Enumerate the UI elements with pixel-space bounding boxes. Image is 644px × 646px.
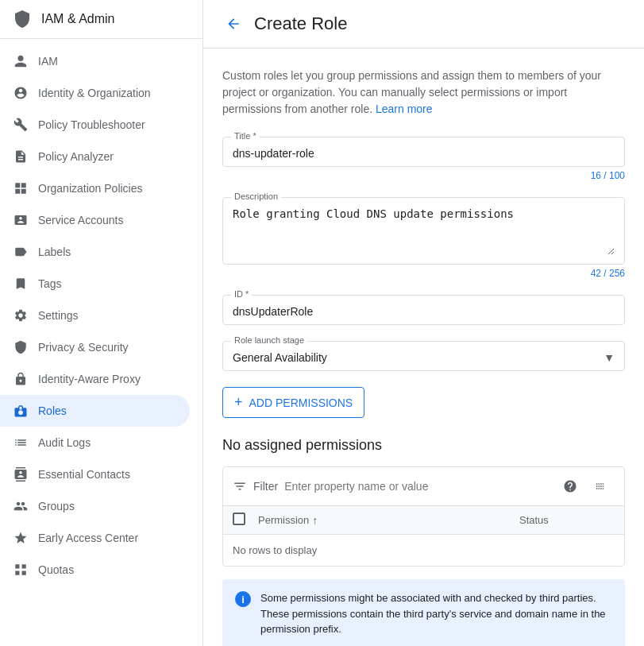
sidebar-item-policy-analyzer[interactable]: Policy Analyzer bbox=[0, 141, 190, 172]
filter-label: Filter bbox=[253, 480, 278, 493]
id-input[interactable] bbox=[233, 305, 615, 318]
permissions-table-container: Filter Permission ↑ bbox=[222, 466, 625, 567]
content-area: Custom roles let you group permissions a… bbox=[203, 48, 644, 646]
main-content: Create Role Custom roles let you group p… bbox=[203, 0, 644, 646]
sidebar-item-quotas[interactable]: Quotas bbox=[0, 554, 190, 586]
grid-small-icon bbox=[13, 562, 29, 578]
sidebar-item-labels-label: Labels bbox=[38, 246, 71, 258]
sidebar-item-privacy-security[interactable]: Privacy & Security bbox=[0, 331, 190, 363]
sidebar-item-policy-analyzer-label: Policy Analyzer bbox=[38, 150, 114, 163]
shield-lock-icon bbox=[13, 371, 29, 387]
account-circle-icon bbox=[13, 85, 29, 101]
title-field: Title bbox=[222, 137, 625, 167]
grid-icon bbox=[13, 180, 29, 196]
sidebar-item-settings[interactable]: Settings bbox=[0, 300, 190, 331]
sidebar-item-iam-label: IAM bbox=[38, 55, 58, 68]
launch-stage-select[interactable]: Alpha Beta General Availability Disabled bbox=[233, 351, 615, 364]
star-icon bbox=[13, 530, 29, 546]
add-permissions-button[interactable]: + ADD PERMISSIONS bbox=[222, 387, 364, 418]
sidebar-item-groups[interactable]: Groups bbox=[0, 490, 190, 522]
sidebar: IAM & Admin IAM Identity & Organization … bbox=[0, 0, 203, 646]
group-icon bbox=[13, 498, 29, 514]
description-label: Description bbox=[231, 191, 281, 201]
table-toolbar-actions bbox=[557, 474, 615, 499]
sidebar-item-essential-contacts[interactable]: Essential Contacts bbox=[0, 458, 190, 490]
wrench-icon bbox=[13, 117, 29, 133]
help-icon-button[interactable] bbox=[557, 474, 583, 499]
header-checkbox-cell bbox=[233, 513, 258, 528]
learn-more-link[interactable]: Learn more bbox=[376, 103, 433, 115]
sidebar-item-audit-logs[interactable]: Audit Logs bbox=[0, 427, 190, 458]
document-icon bbox=[13, 149, 29, 164]
sidebar-item-essential-contacts-label: Essential Contacts bbox=[38, 468, 130, 481]
id-field: ID bbox=[222, 295, 625, 325]
description-textarea[interactable]: Role granting Cloud DNS update permissio… bbox=[233, 207, 615, 255]
description-text: Custom roles let you group permissions a… bbox=[222, 68, 625, 118]
sidebar-item-identity-org[interactable]: Identity & Organization bbox=[0, 77, 190, 109]
description-field-group: Description Role granting Cloud DNS upda… bbox=[222, 197, 625, 279]
launch-stage-select-wrapper: Alpha Beta General Availability Disabled… bbox=[233, 351, 615, 364]
sidebar-item-groups-label: Groups bbox=[38, 500, 75, 513]
select-all-checkbox[interactable] bbox=[233, 513, 245, 525]
sidebar-item-early-access-center[interactable]: Early Access Center bbox=[0, 522, 190, 554]
filter-icon bbox=[233, 479, 247, 493]
permission-column-header[interactable]: Permission ↑ bbox=[258, 514, 519, 527]
sidebar-item-service-accounts[interactable]: Service Accounts bbox=[0, 204, 190, 236]
person-icon bbox=[13, 53, 29, 69]
sidebar-item-labels[interactable]: Labels bbox=[0, 236, 190, 268]
status-column-header: Status bbox=[519, 514, 615, 526]
contacts-icon bbox=[13, 466, 29, 482]
table-toolbar: Filter bbox=[223, 467, 624, 506]
app-title: IAM & Admin bbox=[41, 12, 114, 26]
sidebar-item-iam[interactable]: IAM bbox=[0, 45, 190, 77]
page-title: Create Role bbox=[254, 14, 347, 34]
sidebar-item-tags[interactable]: Tags bbox=[0, 268, 190, 300]
list-icon bbox=[13, 435, 29, 451]
sidebar-item-identity-org-label: Identity & Organization bbox=[38, 87, 151, 99]
sidebar-item-early-access-center-label: Early Access Center bbox=[38, 532, 138, 544]
id-label: ID bbox=[231, 289, 252, 299]
launch-stage-label: Role launch stage bbox=[231, 335, 307, 345]
app-icon bbox=[13, 10, 32, 29]
gear-icon bbox=[13, 308, 29, 323]
sidebar-item-policy-troubleshooter-label: Policy Troubleshooter bbox=[38, 118, 145, 131]
privacy-shield-icon bbox=[13, 339, 29, 355]
info-icon: i bbox=[235, 591, 251, 607]
title-field-group: Title 16 / 100 bbox=[222, 137, 625, 181]
sidebar-item-policy-troubleshooter[interactable]: Policy Troubleshooter bbox=[0, 109, 190, 141]
table-empty-message: No rows to display bbox=[223, 535, 624, 566]
sidebar-item-audit-logs-label: Audit Logs bbox=[38, 436, 91, 449]
sidebar-item-org-policies-label: Organization Policies bbox=[38, 182, 143, 195]
sidebar-item-settings-label: Settings bbox=[38, 309, 79, 322]
columns-icon-button[interactable] bbox=[589, 474, 615, 499]
back-button[interactable] bbox=[222, 13, 245, 35]
tag-icon bbox=[13, 244, 29, 260]
sidebar-nav: IAM Identity & Organization Policy Troub… bbox=[0, 39, 202, 592]
title-input[interactable] bbox=[233, 147, 615, 160]
filter-input[interactable] bbox=[284, 480, 551, 493]
description-char-count: 42 / 256 bbox=[222, 268, 625, 279]
launch-stage-field-group: Role launch stage Alpha Beta General Ava… bbox=[222, 341, 625, 371]
permissions-section-title: No assigned permissions bbox=[222, 437, 625, 454]
sidebar-item-identity-aware-proxy[interactable]: Identity-Aware Proxy bbox=[0, 363, 190, 395]
sidebar-item-privacy-security-label: Privacy & Security bbox=[38, 341, 129, 354]
sidebar-item-tags-label: Tags bbox=[38, 277, 62, 290]
title-label: Title bbox=[231, 131, 260, 141]
id-field-group: ID bbox=[222, 295, 625, 325]
sidebar-item-roles[interactable]: Roles bbox=[0, 395, 190, 427]
sidebar-item-service-accounts-label: Service Accounts bbox=[38, 214, 123, 226]
sidebar-item-roles-label: Roles bbox=[38, 404, 67, 417]
id-card-icon bbox=[13, 212, 29, 228]
info-text: Some permissions might be associated wit… bbox=[260, 590, 612, 637]
sidebar-header: IAM & Admin bbox=[0, 0, 202, 39]
sidebar-item-org-policies[interactable]: Organization Policies bbox=[0, 172, 190, 204]
info-box: i Some permissions might be associated w… bbox=[222, 579, 625, 646]
sort-icon: ↑ bbox=[312, 514, 318, 527]
launch-stage-field: Role launch stage Alpha Beta General Ava… bbox=[222, 341, 625, 371]
add-permissions-label: ADD PERMISSIONS bbox=[249, 396, 353, 409]
bookmark-icon bbox=[13, 276, 29, 292]
plus-icon: + bbox=[234, 394, 243, 411]
description-field: Description Role granting Cloud DNS upda… bbox=[222, 197, 625, 265]
main-header: Create Role bbox=[203, 0, 644, 48]
badge-icon bbox=[13, 403, 29, 419]
